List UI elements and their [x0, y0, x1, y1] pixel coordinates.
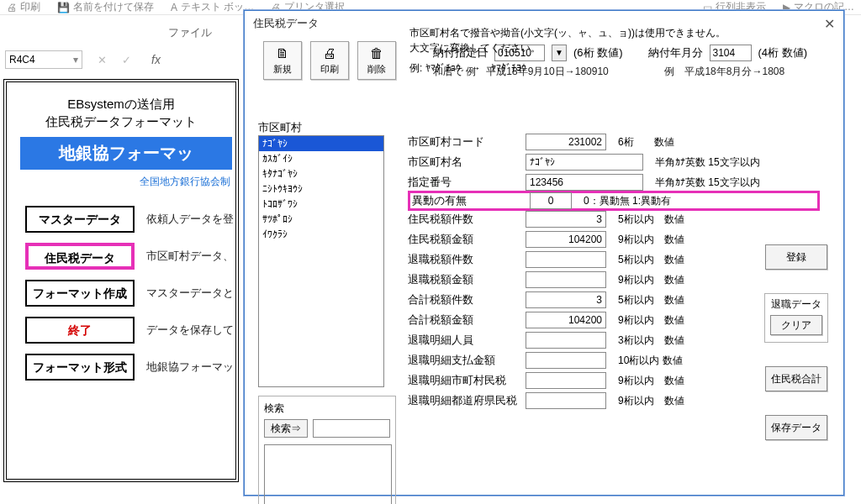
master-desc: 依頼人データを登: [146, 212, 234, 227]
num-note: 半角ｶﾅ英数 15文字以内: [655, 176, 760, 190]
delete-icon: 🗑: [358, 45, 395, 63]
total-button[interactable]: 住民税合計: [765, 366, 827, 391]
new-button[interactable]: 🗎新規: [263, 41, 302, 80]
format-banner: 地銀協フォーマッ: [20, 137, 232, 170]
retpay-note: 10桁以内 数値: [618, 354, 683, 368]
resident-tax-data-button[interactable]: 住民税データ: [25, 243, 135, 270]
file-tab[interactable]: ファイル: [168, 25, 212, 40]
help-line-2: 例: ﾔﾏﾀﾞﾁｮｳ → ﾔﾏﾀﾞﾁﾖｳ: [409, 60, 729, 76]
retcnt-input[interactable]: [526, 251, 606, 268]
name-note: 半角ｶﾅ英数 15文字以内: [655, 155, 760, 170]
rescnt-note: 5桁以内 数値: [618, 213, 684, 227]
formatmake-desc: マスターデータと: [146, 286, 234, 301]
clear-button[interactable]: クリア: [770, 315, 822, 335]
retppl-label: 退職明細人員: [408, 333, 526, 348]
assoc-link[interactable]: 全国地方銀行協会制: [7, 175, 235, 189]
list-item[interactable]: ﾄｺﾛｻﾞﾜｼ: [259, 197, 383, 212]
list-item[interactable]: ｶｽｶﾞｲｼ: [259, 151, 383, 166]
municipality-listbox[interactable]: ﾅｺﾞﾔｼ ｶｽｶﾞｲｼ ｷﾀﾅｺﾞﾔｼ ﾆｼﾄｳｷﾖｳｼ ﾄｺﾛｻﾞﾜｼ ｻﾂ…: [258, 135, 384, 387]
list-item[interactable]: ﾆｼﾄｳｷﾖｳｼ: [259, 181, 383, 197]
retpref-note: 9桁以内 数値: [618, 394, 684, 408]
code-note: 6桁 数値: [618, 135, 674, 150]
totamt-label: 合計税額金額: [408, 312, 526, 328]
formatstyle-desc: 地銀協フォーマッ: [146, 360, 234, 375]
retppl-input[interactable]: [526, 332, 606, 349]
resamt-input[interactable]: [526, 231, 606, 248]
rescnt-label: 住民税額件数: [408, 212, 526, 227]
retpref-label: 退職明細都道府県民税: [408, 393, 526, 408]
retcnt-note: 5桁以内 数値: [618, 253, 684, 267]
print-icon: 🖨: [311, 45, 348, 63]
retpay-label: 退職明細支払金額: [408, 353, 526, 368]
retire-group: 退職データ クリア: [764, 293, 828, 343]
name-box[interactable]: R4C4▾: [5, 50, 82, 69]
totamt-input[interactable]: [526, 312, 606, 328]
exit-desc: データを保存して: [146, 323, 234, 338]
confirm-icon[interactable]: ✓: [122, 54, 131, 66]
paymonth-note: (4桁 数値): [758, 45, 808, 60]
resident-tax-dialog: 住民税データ ✕ 🗎新規 🖨印刷 🗑削除 納付指定日 ▼ (6桁 数値) 納付年…: [244, 10, 844, 496]
register-button[interactable]: 登録: [765, 244, 827, 270]
sheet-title-2: 住民税データフォーマット: [7, 114, 235, 130]
rescnt-input[interactable]: [526, 211, 606, 228]
sheet-title-1: EBsystemの送信用: [7, 94, 235, 114]
save-data-button[interactable]: 保存データ: [765, 415, 827, 440]
list-item[interactable]: ｲﾜｸﾗｼ: [259, 227, 383, 242]
code-input[interactable]: [526, 134, 606, 150]
retmuni-label: 退職明細市町村民税: [408, 373, 526, 388]
list-item[interactable]: ﾅｺﾞﾔｼ: [259, 136, 383, 151]
municipality-label: 市区町村: [258, 120, 302, 135]
format-style-button[interactable]: フォーマット形式: [25, 354, 135, 381]
retcnt-label: 退職税額件数: [408, 252, 526, 267]
retppl-note: 3桁以内 数値: [618, 333, 684, 348]
retamt-input[interactable]: [526, 271, 606, 288]
formula-bar: R4C4▾ ✕ ✓ fx: [5, 50, 161, 69]
list-item[interactable]: ｻﾂﾎﾟﾛｼ: [259, 212, 383, 227]
totcnt-note: 5桁以内 数値: [618, 293, 684, 307]
print-button[interactable]: 🖨印刷: [310, 41, 349, 80]
help-line-1: 市区町村名で撥音や拗音(小文字(ッ、ャ、ュ、ョ))は使用できません。大文字に変換…: [409, 25, 729, 55]
num-label: 指定番号: [408, 175, 526, 190]
ribbon-textbox[interactable]: A テキスト ボッ…: [171, 0, 254, 14]
hasmove-note: 0：異動無 1:異動有: [584, 194, 671, 208]
search-input[interactable]: [313, 419, 390, 438]
retamt-label: 退職税額金額: [408, 272, 526, 287]
totamt-note: 9桁以内 数値: [618, 313, 684, 328]
fx-icon[interactable]: fx: [151, 53, 161, 66]
resamt-note: 9桁以内 数値: [618, 233, 684, 247]
cancel-icon[interactable]: ✕: [98, 54, 107, 66]
hasmove-label: 異動の有無: [412, 193, 530, 208]
search-group: 検索 検索⇒: [258, 396, 396, 504]
name-input[interactable]: [526, 154, 643, 171]
dialog-title: 住民税データ: [253, 16, 319, 31]
resident-desc: 市区町村データ、: [146, 249, 234, 264]
search-label: 検索: [264, 402, 390, 416]
search-result-area[interactable]: [264, 444, 392, 504]
code-label: 市区町村コード: [408, 134, 526, 150]
worksheet-panel: EBsystemの送信用 住民税データフォーマット 地銀協フォーマッ 全国地方銀…: [3, 79, 239, 482]
ribbon-saveas[interactable]: 💾 名前を付けて保存: [57, 0, 154, 14]
totcnt-input[interactable]: [526, 291, 606, 308]
num-input[interactable]: [526, 174, 643, 191]
retpay-input[interactable]: [526, 352, 606, 369]
retpref-input[interactable]: [526, 392, 606, 409]
retamt-note: 9桁以内 数値: [618, 273, 684, 287]
retmuni-note: 9桁以内 数値: [618, 374, 684, 388]
fields-grid: 市区町村コード6桁 数値 市区町村名半角ｶﾅ英数 15文字以内 指定番号半角ｶﾅ…: [408, 132, 820, 411]
format-make-button[interactable]: フォーマット作成: [25, 280, 135, 307]
close-icon[interactable]: ✕: [824, 16, 835, 32]
search-button[interactable]: 検索⇒: [264, 419, 308, 438]
retmuni-input[interactable]: [526, 372, 606, 389]
master-data-button[interactable]: マスターデータ: [25, 206, 135, 233]
help-text: 市区町村名で撥音や拗音(小文字(ッ、ャ、ュ、ョ))は使用できません。大文字に変換…: [409, 25, 729, 76]
name-label: 市区町村名: [408, 155, 526, 170]
new-icon: 🗎: [264, 45, 301, 63]
totcnt-label: 合計税額件数: [408, 292, 526, 307]
retire-title: 退職データ: [770, 297, 822, 312]
ribbon-print[interactable]: 🖨 印刷: [7, 0, 40, 14]
resamt-label: 住民税額金額: [408, 232, 526, 247]
delete-button[interactable]: 🗑削除: [357, 41, 396, 80]
exit-button[interactable]: 終了: [25, 317, 135, 344]
hasmove-input[interactable]: [530, 192, 572, 209]
list-item[interactable]: ｷﾀﾅｺﾞﾔｼ: [259, 166, 383, 181]
